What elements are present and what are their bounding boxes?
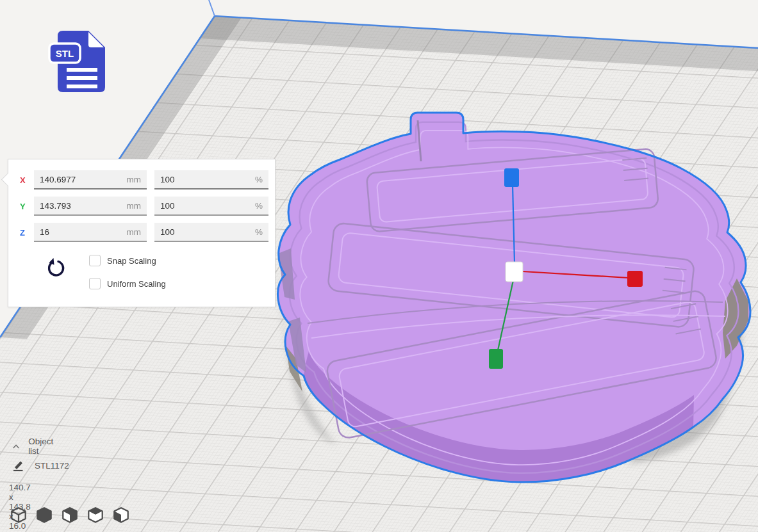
view-front-button[interactable]: [35, 506, 54, 525]
scale-tool-panel: X 140.6977 mm 100 % Y 143.793 mm 100 % Z…: [8, 159, 276, 307]
uniform-scaling-checkbox[interactable]: [89, 278, 101, 289]
uniform-scaling-label: Uniform Scaling: [107, 279, 166, 289]
chevron-up-icon: [13, 444, 19, 449]
stl-badge-label: STL: [56, 48, 74, 59]
scale-row-z: Z 16 mm 100 %: [20, 223, 268, 242]
x-size-input[interactable]: 140.6977 mm: [34, 170, 147, 189]
view-left-button[interactable]: [86, 506, 105, 525]
scale-row-y: Y 143.793 mm 100 %: [20, 197, 268, 216]
y-percent-input[interactable]: 100 %: [154, 197, 268, 216]
cube-solid-icon: [35, 506, 54, 525]
scale-row-x: X 140.6977 mm 100 %: [20, 170, 268, 189]
x-size-unit: mm: [127, 175, 142, 184]
scale-handle-center[interactable]: [506, 262, 523, 282]
cube-wireframe-icon: [9, 506, 28, 525]
z-size-input[interactable]: 16 mm: [34, 223, 147, 242]
scale-handle-z[interactable]: [504, 168, 519, 187]
y-percent-unit: %: [255, 201, 263, 211]
pencil-icon: [12, 459, 24, 472]
axis-x-label: X: [20, 175, 34, 185]
object-list-item[interactable]: STL1172: [12, 459, 69, 472]
view-top-button[interactable]: [60, 506, 79, 525]
reset-scale-button[interactable]: [44, 257, 66, 281]
snap-scaling-option[interactable]: Snap Scaling: [89, 255, 156, 266]
cube-left-face-icon: [86, 506, 105, 525]
z-size-unit: mm: [127, 227, 142, 237]
uniform-scaling-option[interactable]: Uniform Scaling: [89, 278, 166, 289]
camera-view-toolbar: [9, 506, 131, 525]
cube-front-face-icon: [60, 506, 79, 525]
snap-scaling-label: Snap Scaling: [107, 256, 156, 266]
x-percent-input[interactable]: 100 %: [154, 170, 268, 189]
snap-scaling-checkbox[interactable]: [89, 255, 101, 266]
cube-right-face-icon: [111, 506, 131, 525]
x-percent-unit: %: [255, 175, 263, 184]
object-list-label: Object list: [28, 437, 56, 456]
scale-handle-x[interactable]: [627, 271, 643, 287]
cura-prepare-screen: { "file_thumbnail": { "badge": "STL" }, …: [0, 0, 758, 532]
z-percent-unit: %: [255, 227, 263, 237]
axis-y-label: Y: [20, 202, 34, 211]
object-item-name: STL1172: [35, 461, 69, 471]
plate-corner-axis: [209, 0, 215, 16]
axis-z-label: Z: [20, 228, 34, 238]
y-size-unit: mm: [127, 201, 142, 211]
object-list-toggle[interactable]: Object list: [13, 437, 56, 456]
view-3d-button[interactable]: [9, 506, 28, 525]
view-right-button[interactable]: [111, 506, 131, 525]
stl-file-thumbnail: STL: [47, 27, 111, 96]
y-size-input[interactable]: 143.793 mm: [34, 197, 147, 216]
scale-handle-y[interactable]: [489, 349, 503, 369]
z-percent-input[interactable]: 100 %: [154, 223, 268, 242]
reset-icon: [44, 257, 66, 281]
